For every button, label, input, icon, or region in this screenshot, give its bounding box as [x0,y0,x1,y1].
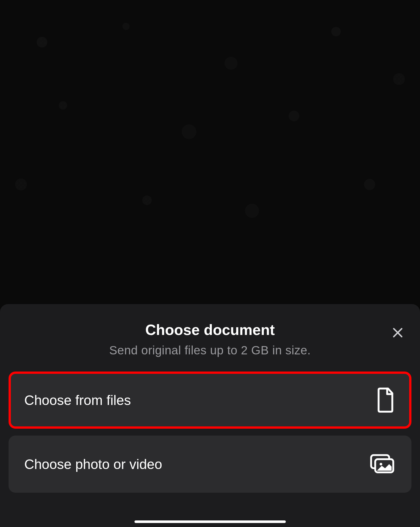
choose-photo-video-option[interactable]: Choose photo or video [9,436,411,493]
choose-from-files-option[interactable]: Choose from files [9,372,411,429]
close-button[interactable] [389,324,406,341]
action-sheet: Choose document Send original files up t… [0,304,420,527]
gallery-icon [369,453,396,475]
option-label: Choose photo or video [24,456,162,472]
home-indicator[interactable] [134,520,286,523]
sheet-header: Choose document Send original files up t… [0,321,420,372]
sheet-subtitle: Send original files up to 2 GB in size. [11,344,409,357]
svg-point-4 [380,463,382,465]
sheet-title: Choose document [11,321,409,338]
document-icon [375,387,396,413]
close-icon [391,326,405,340]
options-list: Choose from files Choose photo or video [0,372,420,493]
option-label: Choose from files [24,392,131,408]
